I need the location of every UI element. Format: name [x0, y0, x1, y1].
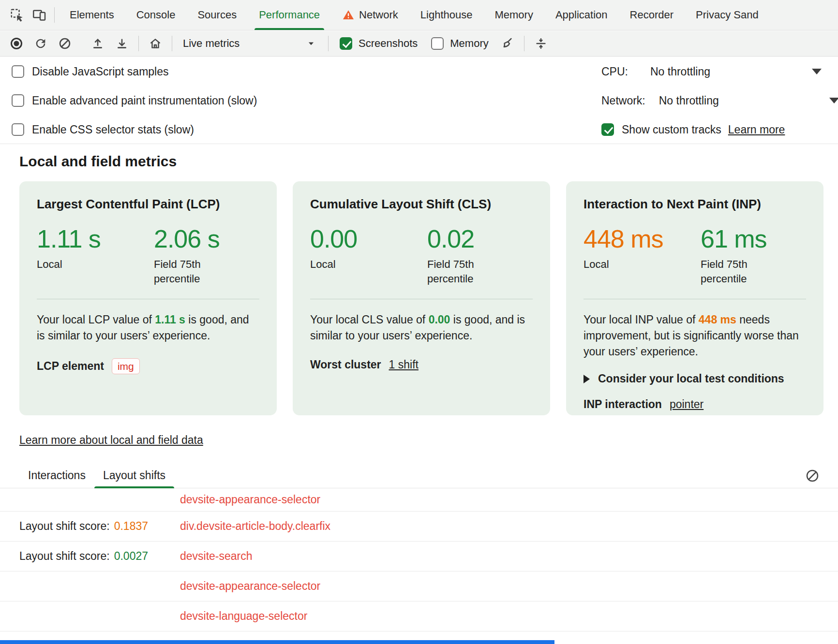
live-metrics-label: Live metrics [183, 37, 239, 50]
save-profile-icon [115, 37, 129, 50]
devtools-tab-bar: Elements Console Sources Performance Net… [0, 0, 838, 30]
reload-icon [34, 37, 47, 50]
desc-highlight: 448 ms [699, 313, 736, 326]
memory-checkbox[interactable] [431, 37, 444, 50]
inp-interaction-pointer-link[interactable]: pointer [670, 398, 703, 411]
record-button[interactable] [5, 33, 28, 54]
desc-text: Your local CLS value of [310, 313, 429, 326]
tab-performance[interactable]: Performance [248, 0, 331, 30]
layout-shift-row[interactable]: devsite-language-selector [0, 601, 838, 631]
layout-shift-row[interactable]: Layout shift score: 0.1837 div.devsite-a… [0, 512, 838, 542]
throttling-settings: CPU: No throttling Network: No throttlin… [601, 57, 832, 144]
tab-sources[interactable]: Sources [186, 0, 248, 30]
card-title: Interaction to Next Paint (INP) [584, 197, 806, 212]
node-link[interactable]: devsite-appearance-selector [180, 493, 320, 506]
live-metrics-view: Local and field metrics Largest Contentf… [0, 145, 838, 644]
card-title: Largest Contentful Paint (LCP) [37, 197, 259, 212]
tab-memory[interactable]: Memory [483, 0, 544, 30]
performance-toolbar: Live metrics Screenshots Memory [0, 31, 838, 57]
cpu-label: CPU: [601, 65, 628, 78]
inp-card: Interaction to Next Paint (INP) 448 ms L… [566, 181, 823, 415]
tab-privacy-sandbox[interactable]: Privacy Sand [685, 0, 770, 30]
metric-values: 1.11 s Local 2.06 s Field 75th percentil… [37, 225, 259, 286]
field-label: Field 75th percentile [154, 257, 243, 286]
dropdown-caret-icon[interactable] [812, 69, 822, 74]
local-metric: 448 ms Local [584, 225, 701, 286]
desc-highlight: 0.00 [429, 313, 450, 326]
selection-indicator-bar[interactable] [0, 640, 554, 644]
screenshots-checkbox[interactable] [340, 37, 352, 50]
network-throttling-select[interactable]: No throttling [659, 94, 719, 107]
score-value: 0.1837 [114, 520, 148, 533]
memory-toggle[interactable]: Memory [425, 37, 494, 50]
tab-application[interactable]: Application [544, 0, 619, 30]
screenshots-toggle[interactable]: Screenshots [333, 37, 424, 50]
inp-interaction-label: INP interaction [584, 398, 662, 411]
field-metric: 2.06 s Field 75th percentile [154, 225, 243, 286]
tabbar-tools [0, 0, 59, 30]
layout-shift-row[interactable]: devsite-appearance-selector [0, 488, 838, 512]
live-metrics-home-button[interactable] [144, 33, 167, 54]
logs-tab-bar: Interactions Layout shifts [0, 463, 838, 488]
tab-label: Layout shifts [103, 469, 165, 482]
toolbar-divider [328, 36, 329, 51]
cls-card: Cumulative Layout Shift (CLS) 0.00 Local… [293, 181, 550, 415]
node-link[interactable]: devsite-language-selector [180, 610, 307, 623]
clear-log-icon [805, 468, 820, 483]
field-label: Field 75th percentile [427, 257, 517, 286]
record-and-reload-button[interactable] [29, 33, 52, 54]
load-profile-button[interactable] [86, 33, 109, 54]
local-metric: 0.00 Local [310, 225, 427, 286]
inspect-element-button[interactable] [6, 4, 28, 26]
layout-shift-row[interactable]: devsite-appearance-selector [0, 571, 838, 601]
tab-elements[interactable]: Elements [59, 0, 125, 30]
desc-highlight: 1.11 s [155, 313, 185, 326]
cpu-throttling-select[interactable]: No throttling [650, 65, 710, 78]
worst-cluster-shift-link[interactable]: 1 shift [389, 358, 419, 371]
disable-js-samples-checkbox[interactable] [12, 65, 24, 78]
device-toolbar-icon [32, 8, 46, 22]
local-value: 0.00 [310, 225, 427, 252]
card-divider [37, 299, 259, 299]
clear-icon [58, 37, 72, 50]
node-link[interactable]: div.devsite-article-body.clearfix [180, 520, 330, 533]
tab-label: Interactions [28, 469, 86, 482]
network-label: Network: [601, 94, 645, 107]
metrics-heading: Local and field metrics [19, 153, 838, 170]
advanced-paint-instrumentation-checkbox[interactable] [12, 94, 24, 107]
custom-tracks-learn-more-link[interactable]: Learn more [728, 123, 785, 136]
device-toolbar-button[interactable] [28, 4, 50, 26]
capture-settings-button[interactable] [529, 33, 553, 54]
tab-console[interactable]: Console [125, 0, 187, 30]
layout-shift-row[interactable]: Layout shift score: 0.0027 devsite-searc… [0, 542, 838, 571]
tab-layout-shifts[interactable]: Layout shifts [94, 463, 174, 488]
css-selector-stats-checkbox[interactable] [12, 123, 24, 136]
network-warning-icon [342, 9, 355, 21]
show-custom-tracks-checkbox[interactable] [601, 123, 614, 136]
desc-text: Your local LCP value of [37, 313, 155, 326]
shift-score: Layout shift score: 0.0027 [19, 550, 180, 563]
local-field-learn-more-link[interactable]: Learn more about local and field data [19, 434, 203, 447]
field-metric: 61 ms Field 75th percentile [701, 225, 790, 286]
local-label: Local [584, 257, 701, 272]
collect-garbage-button[interactable] [496, 33, 519, 54]
dropdown-caret-icon[interactable] [829, 98, 838, 103]
tab-recorder[interactable]: Recorder [619, 0, 685, 30]
node-link[interactable]: devsite-search [180, 550, 253, 563]
tab-interactions[interactable]: Interactions [19, 463, 94, 488]
live-metrics-select[interactable]: Live metrics [177, 34, 323, 53]
card-title: Cumulative Layout Shift (CLS) [310, 197, 533, 212]
tab-network[interactable]: Network [331, 0, 409, 30]
clear-button[interactable] [53, 33, 76, 54]
metric-description: Your local CLS value of 0.00 is good, an… [310, 312, 533, 344]
local-test-conditions-disclosure[interactable]: Consider your local test conditions [584, 372, 806, 385]
clear-log-button[interactable] [801, 465, 823, 486]
node-link[interactable]: devsite-appearance-selector [180, 580, 320, 593]
tab-lighthouse[interactable]: Lighthouse [409, 0, 484, 30]
lcp-element-node-link[interactable]: img [112, 358, 140, 374]
save-profile-button[interactable] [110, 33, 134, 54]
field-metric: 0.02 Field 75th percentile [427, 225, 517, 286]
tab-label: Network [359, 9, 398, 21]
field-value: 0.02 [427, 225, 517, 252]
disclosure-label: Consider your local test conditions [598, 372, 784, 385]
